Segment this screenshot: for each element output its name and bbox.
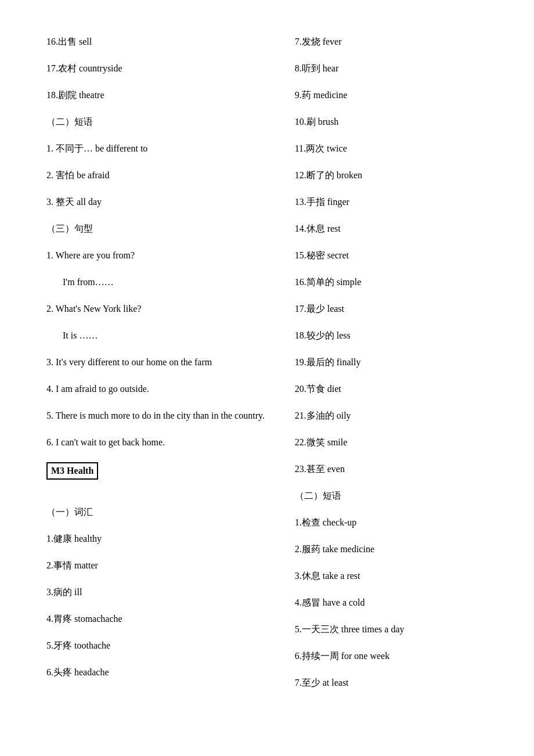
left-column: 16.出售 sell17.农村 countryside18.剧院 theatre… bbox=[46, 35, 283, 703]
right-2: 8.听到 hear bbox=[295, 62, 488, 75]
left-9: 1. Where are you from? bbox=[46, 249, 272, 262]
left-14: 4. I am afraid to go outside. bbox=[46, 382, 272, 396]
left-16: 6. I can't wait to get back home. bbox=[46, 435, 272, 449]
right-14: 20.节食 diet bbox=[295, 382, 488, 396]
left-2: 17.农村 countryside bbox=[46, 62, 272, 75]
right-17: 23.甚至 even bbox=[295, 462, 488, 476]
left-17: （一）词汇 bbox=[46, 505, 272, 519]
right-1: 7.发烧 fever bbox=[295, 35, 488, 49]
left-1: 16.出售 sell bbox=[46, 35, 272, 49]
left-19: 2.事情 matter bbox=[46, 559, 272, 573]
left-21: 4.胃疼 stomachache bbox=[46, 612, 272, 626]
right-6: 12.断了的 broken bbox=[295, 168, 488, 182]
left-18: 1.健康 healthy bbox=[46, 532, 272, 546]
left-7: 3. 整天 all day bbox=[46, 195, 272, 209]
left-8: （三）句型 bbox=[46, 222, 272, 236]
right-18: （二）短语 bbox=[295, 489, 488, 503]
right-23: 5.一天三次 three times a day bbox=[295, 622, 488, 636]
page-container: 16.出售 sell17.农村 countryside18.剧院 theatre… bbox=[0, 0, 534, 737]
left-15: 5. There is much more to do in the city … bbox=[46, 409, 272, 423]
right-22: 4.感冒 have a cold bbox=[295, 596, 488, 610]
right-15: 21.多油的 oily bbox=[295, 409, 488, 423]
left-6: 2. 害怕 be afraid bbox=[46, 168, 272, 182]
left-23: 6.头疼 headache bbox=[46, 665, 272, 679]
right-16: 22.微笑 smile bbox=[295, 435, 488, 449]
right-11: 17.最少 least bbox=[295, 302, 488, 316]
right-9: 15.秘密 secret bbox=[295, 249, 488, 262]
right-12: 18.较少的 less bbox=[295, 329, 488, 343]
right-21: 3.休息 take a rest bbox=[295, 569, 488, 583]
left-4: （二）短语 bbox=[46, 115, 272, 129]
right-column: 7.发烧 fever8.听到 hear9.药 medicine10.刷 brus… bbox=[283, 35, 488, 703]
right-5: 11.两次 twice bbox=[295, 142, 488, 156]
right-8: 14.休息 rest bbox=[295, 222, 488, 236]
right-4: 10.刷 brush bbox=[295, 115, 488, 129]
m3-header: M3 Health bbox=[46, 462, 272, 492]
right-7: 13.手指 finger bbox=[295, 195, 488, 209]
left-12: It is …… bbox=[46, 329, 272, 343]
right-20: 2.服药 take medicine bbox=[295, 542, 488, 556]
left-3: 18.剧院 theatre bbox=[46, 88, 272, 102]
right-25: 7.至少 at least bbox=[295, 676, 488, 690]
left-20: 3.病的 ill bbox=[46, 585, 272, 599]
right-24: 6.持续一周 for one week bbox=[295, 649, 488, 663]
left-22: 5.牙疼 toothache bbox=[46, 639, 272, 653]
left-11: 2. What's New York like? bbox=[46, 302, 272, 316]
left-5: 1. 不同于… be different to bbox=[46, 142, 272, 156]
right-13: 19.最后的 finally bbox=[295, 355, 488, 369]
right-3: 9.药 medicine bbox=[295, 88, 488, 102]
left-10: I'm from…… bbox=[46, 275, 272, 289]
left-13: 3. It's very different to our home on th… bbox=[46, 355, 272, 369]
right-19: 1.检查 check-up bbox=[295, 516, 488, 530]
right-10: 16.简单的 simple bbox=[295, 275, 488, 289]
